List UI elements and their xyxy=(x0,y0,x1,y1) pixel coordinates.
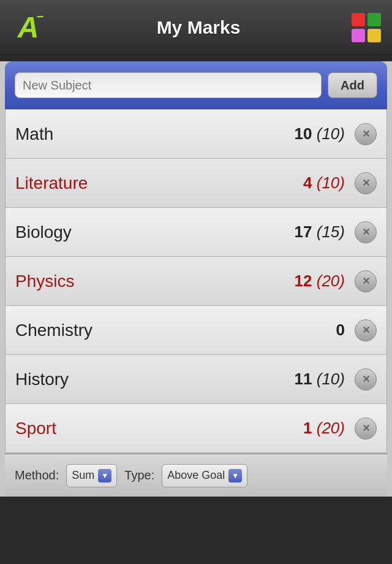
subject-name: Sport xyxy=(15,419,303,438)
subject-name: Physics xyxy=(15,272,295,291)
type-dropdown-arrow: ▼ xyxy=(228,469,242,482)
subject-row[interactable]: Chemistry0 xyxy=(6,306,386,355)
type-label: Type: xyxy=(124,468,154,482)
subject-row[interactable]: Math10 (10) xyxy=(6,110,386,159)
grid-cell-purple xyxy=(352,29,365,42)
subject-list: Math10 (10)Literature4 (10)Biology17 (15… xyxy=(5,109,387,454)
subject-score: 0 xyxy=(336,321,345,340)
delete-subject-button[interactable] xyxy=(355,368,377,391)
subject-score: 1 (20) xyxy=(303,419,345,438)
subject-row[interactable]: History11 (10) xyxy=(6,355,386,404)
page-title: My Marks xyxy=(157,17,241,38)
subject-row[interactable]: Literature4 (10) xyxy=(6,159,386,208)
subject-name: Chemistry xyxy=(15,321,336,340)
subject-row[interactable]: Physics12 (20) xyxy=(6,257,386,306)
app-logo: A− xyxy=(10,9,47,46)
app-header: A− My Marks xyxy=(0,0,392,55)
logo-text: A− xyxy=(18,13,39,42)
footer-bar: Method: Sum ▼ Type: Above Goal ▼ xyxy=(5,454,387,497)
delete-subject-button[interactable] xyxy=(355,270,377,292)
main-content: Add Math10 (10)Literature4 (10)Biology17… xyxy=(0,61,392,497)
delete-subject-button[interactable] xyxy=(355,417,377,440)
type-value: Above Goal xyxy=(167,469,225,482)
subject-name: Biology xyxy=(15,223,295,242)
grid-cell-yellow xyxy=(368,29,381,42)
subject-score: 11 (10) xyxy=(295,370,345,389)
delete-subject-button[interactable] xyxy=(355,123,377,145)
subject-row[interactable]: Biology17 (15) xyxy=(6,208,386,257)
subject-name: Literature xyxy=(15,173,303,193)
delete-subject-button[interactable] xyxy=(355,319,377,341)
method-select[interactable]: Sum ▼ xyxy=(66,464,117,487)
delete-subject-button[interactable] xyxy=(355,172,377,194)
new-subject-input[interactable] xyxy=(15,72,322,98)
subject-score: 17 (15) xyxy=(295,223,345,242)
logo-minus: − xyxy=(37,10,44,23)
grid-cell-red xyxy=(352,13,365,26)
grid-cell-green xyxy=(368,13,381,26)
add-subject-bar: Add xyxy=(5,61,387,109)
method-value: Sum xyxy=(72,469,94,482)
subject-score: 12 (20) xyxy=(295,272,345,291)
add-button[interactable]: Add xyxy=(328,72,377,98)
method-dropdown-arrow: ▼ xyxy=(98,469,111,482)
subject-score: 10 (10) xyxy=(295,124,345,143)
subject-name: History xyxy=(15,370,295,389)
type-select[interactable]: Above Goal ▼ xyxy=(162,464,247,487)
subject-row[interactable]: Sport1 (20) xyxy=(6,404,386,453)
subject-score: 4 (10) xyxy=(303,173,345,192)
delete-subject-button[interactable] xyxy=(355,221,377,243)
method-label: Method: xyxy=(15,468,59,482)
color-grid-icon[interactable] xyxy=(350,12,382,44)
subject-name: Math xyxy=(15,124,295,144)
